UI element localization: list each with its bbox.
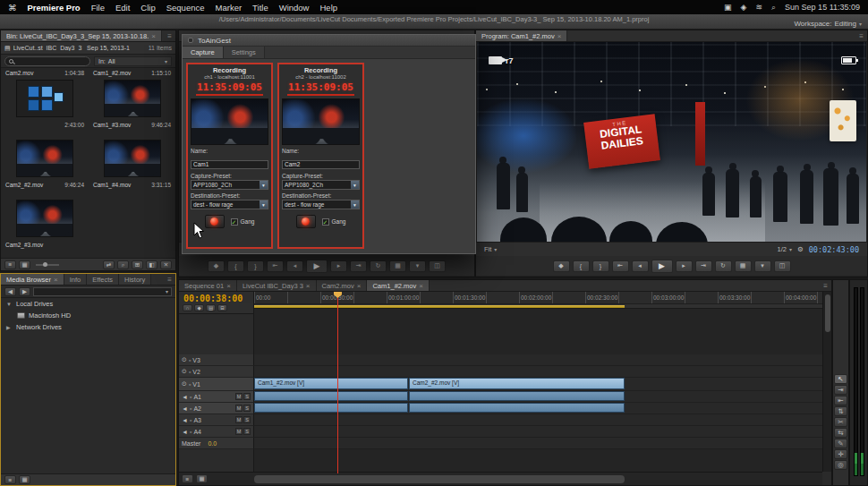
tab-media-browser[interactable]: Media Browser ×	[1, 274, 64, 285]
clip-cell[interactable]: 9:46:24 Cam2_#2.mov 9:46:24	[1, 138, 89, 198]
loop-button[interactable]: ↻	[715, 260, 732, 272]
zoom-tool[interactable]: ◎	[834, 460, 847, 470]
destination-preset-dropdown[interactable]: dest - flow rage ▾	[191, 200, 268, 209]
selection-tool[interactable]: ↖	[834, 374, 847, 384]
media-browser-path-dropdown[interactable]: ▾	[33, 287, 172, 296]
back-button[interactable]: ◀	[4, 287, 16, 296]
destination-preset-dropdown[interactable]: dest - flow rage ▾	[282, 200, 360, 209]
export-frame-button[interactable]: ◫	[429, 260, 446, 272]
solo-button[interactable]: S	[243, 405, 251, 412]
track-header-v3[interactable]: ⊙ ▫ V3	[179, 354, 254, 366]
eye-icon[interactable]: ⊙	[182, 356, 187, 363]
track-height-button[interactable]: ⊟	[217, 304, 227, 311]
razor-tool[interactable]: ✂	[834, 417, 847, 427]
audio-clip[interactable]	[254, 403, 408, 413]
export-frame-button[interactable]: ◫	[774, 260, 791, 272]
speaker-icon[interactable]: ◄	[182, 417, 188, 423]
fit-dropdown[interactable]: Fit ▾	[484, 245, 497, 253]
close-icon[interactable]: ×	[357, 282, 362, 290]
rolling-edit-tool[interactable]: ⇅	[834, 406, 847, 416]
track-header-a4[interactable]: ◄ ▫ A4 M S	[179, 426, 254, 438]
track-lane-a4[interactable]	[254, 426, 822, 438]
clip-cell[interactable]: 2:43:00	[1, 78, 89, 138]
go-to-in-button[interactable]: ⇤	[612, 260, 629, 272]
tab-cam2[interactable]: Cam2.mov ×	[317, 280, 368, 291]
menu-premiere-pro[interactable]: Premiere Pro	[28, 3, 81, 13]
new-item-button[interactable]: ◧	[146, 260, 157, 269]
panel-menu-icon[interactable]: ≡	[164, 32, 175, 40]
menu-sequence[interactable]: Sequence	[166, 3, 205, 13]
track-lane-a2[interactable]	[254, 403, 822, 414]
filter-dropdown[interactable]: In: All ▾	[94, 56, 172, 66]
track-header-a1[interactable]: ◄ ▫ A1 M S	[179, 391, 254, 403]
audio-clip[interactable]	[409, 403, 625, 413]
menu-file[interactable]: File	[91, 3, 105, 13]
track-lane-master[interactable]	[254, 438, 822, 449]
loop-button[interactable]: ↻	[370, 260, 387, 272]
audio-clip[interactable]	[254, 391, 408, 401]
program-duration-timecode[interactable]: 00:02:43:00	[809, 245, 859, 254]
scrollbar-thumb[interactable]	[825, 294, 830, 332]
settings-wrench-icon[interactable]: ⚙	[797, 245, 804, 253]
eye-icon[interactable]: ⊙	[182, 380, 187, 388]
icon-view-button[interactable]: ▦	[19, 475, 30, 484]
video-clip[interactable]: Cam1_#2.mov [V]	[254, 378, 408, 389]
menubar-spotlight-icon[interactable]: ⌕	[771, 3, 776, 13]
solo-button[interactable]: S	[243, 393, 251, 400]
thumbnail-zoom-slider[interactable]	[36, 264, 59, 266]
lock-icon[interactable]: ▫	[190, 429, 191, 435]
close-icon[interactable]: ×	[226, 282, 231, 290]
hand-tool[interactable]: ✛	[834, 449, 847, 459]
list-view-button[interactable]: ≡	[4, 260, 16, 269]
close-icon[interactable]: ×	[54, 276, 58, 284]
lock-icon[interactable]: ▫	[189, 381, 191, 388]
search-box[interactable]	[4, 56, 90, 66]
speaker-icon[interactable]: ◄	[182, 429, 188, 435]
track-header-a2[interactable]: ◄ ▫ A2 M S	[179, 403, 254, 414]
lock-icon[interactable]: ▫	[190, 417, 191, 423]
tab-livecut-sequence[interactable]: LiveCut IBC_Day3 3 ×	[237, 280, 317, 291]
track-header-v1[interactable]: ⊙ ▫ V1	[179, 378, 254, 391]
menubar-bluetooth-icon[interactable]: ◈	[741, 3, 747, 12]
disclosure-closed-icon[interactable]: ▶	[6, 324, 13, 330]
mark-out-button[interactable]: }	[247, 260, 264, 272]
sequence-timecode[interactable]: 00:00:38:00	[183, 294, 243, 303]
tree-item-local-drives[interactable]: ▼ Local Drives	[1, 298, 175, 310]
add-marker-button[interactable]: ◆	[208, 260, 225, 272]
forward-button[interactable]: ▶	[19, 287, 30, 296]
record-button[interactable]	[205, 215, 225, 228]
menu-clip[interactable]: Clip	[140, 3, 155, 13]
tab-capture[interactable]: Capture	[183, 47, 224, 58]
lock-icon[interactable]: ▫	[189, 369, 191, 375]
tab-effects[interactable]: Effects	[87, 274, 119, 285]
tab-cam1-2[interactable]: Cam1_#2.mov ×	[367, 280, 429, 291]
tree-item-macintosh-hd[interactable]: Macintosh HD	[1, 310, 175, 321]
go-to-out-button[interactable]: ⇥	[695, 260, 712, 272]
close-icon[interactable]: ×	[306, 282, 311, 290]
tree-item-network-drives[interactable]: ▶ Network Drives	[1, 321, 175, 333]
step-forward-button[interactable]: ▸	[330, 260, 347, 272]
work-area-bar[interactable]	[254, 305, 625, 308]
menubar-display-icon[interactable]: ▣	[724, 3, 732, 12]
workspace-switcher[interactable]: Workspace: Editing ▾	[794, 20, 862, 28]
eye-icon[interactable]: ⊙	[182, 368, 187, 375]
lock-icon[interactable]: ▫	[189, 357, 191, 363]
audio-clip[interactable]	[409, 391, 625, 401]
clip-label[interactable]: Cam1_#2.mov 1:15:10	[89, 68, 175, 78]
panel-menu-icon[interactable]: ≡	[820, 282, 831, 290]
output-button[interactable]: ▾	[754, 260, 771, 272]
icon-view-button[interactable]: ▦	[19, 260, 30, 269]
timeline-vertical-scrollbar[interactable]	[822, 292, 831, 472]
menu-title[interactable]: Title	[252, 3, 268, 13]
lock-icon[interactable]: ▫	[190, 394, 191, 400]
tab-project-bin[interactable]: Bin: LiveCut_IBC_Day3_3_Sep 15, 2013-10.…	[1, 30, 162, 41]
program-video[interactable]: THE DIGITAL DAILIES r7	[477, 42, 866, 242]
track-header-v2[interactable]: ⊙ ▫ V2	[179, 366, 254, 378]
track-lane-a3[interactable]	[254, 414, 822, 426]
master-level-value[interactable]: 0.0	[208, 440, 217, 447]
go-to-out-button[interactable]: ⇥	[350, 260, 367, 272]
playhead-line[interactable]	[337, 292, 338, 473]
clip-cell[interactable]: Cam1_#3.mov 9:46:24	[89, 78, 175, 138]
play-button[interactable]: ▶	[651, 260, 673, 273]
zoom-in-button[interactable]: ▦	[196, 474, 208, 483]
